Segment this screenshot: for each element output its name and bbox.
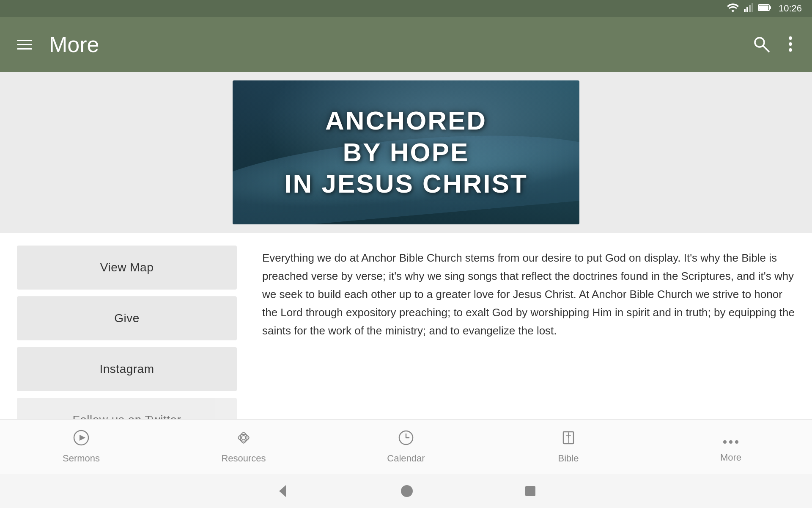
two-column-section: View Map Give Instagram Follow us on Twi…: [0, 233, 812, 419]
bible-icon: [560, 430, 576, 450]
recents-button[interactable]: [524, 484, 537, 498]
left-column: View Map Give Instagram Follow us on Twi…: [17, 246, 237, 419]
svg-line-8: [763, 46, 769, 52]
svg-point-20: [723, 440, 727, 444]
hero-image: ANCHORED BY HOPE IN JESUS CHRIST: [233, 80, 579, 224]
nav-item-resources[interactable]: Resources: [162, 425, 325, 469]
hero-banner: ANCHORED BY HOPE IN JESUS CHRIST: [0, 72, 812, 233]
about-text: Everything we do at Anchor Bible Church …: [262, 249, 795, 340]
more-nav-icon: [723, 431, 739, 449]
svg-rect-5: [769, 6, 771, 9]
calendar-label: Calendar: [387, 453, 425, 464]
svg-rect-1: [746, 7, 748, 12]
svg-rect-0: [744, 9, 746, 12]
resources-label: Resources: [221, 453, 266, 464]
status-bar: 10:26: [0, 0, 812, 17]
bible-label: Bible: [558, 453, 579, 464]
signal-icon: [744, 3, 753, 14]
nav-item-more[interactable]: More: [650, 426, 812, 468]
search-button[interactable]: [747, 30, 776, 60]
nav-item-calendar[interactable]: Calendar: [325, 425, 487, 469]
hamburger-button[interactable]: [14, 36, 36, 53]
main-content: ANCHORED BY HOPE IN JESUS CHRIST View Ma…: [0, 72, 812, 419]
svg-rect-2: [749, 5, 751, 12]
more-options-button[interactable]: [782, 30, 798, 60]
svg-point-9: [789, 36, 792, 40]
svg-point-21: [729, 440, 732, 444]
twitter-button[interactable]: Follow us on Twitter: [17, 398, 237, 419]
svg-point-22: [735, 440, 738, 444]
system-navigation: [0, 474, 812, 508]
svg-rect-25: [525, 486, 535, 496]
wifi-icon: [727, 3, 739, 14]
resources-icon: [236, 430, 252, 450]
svg-point-10: [789, 42, 792, 46]
svg-marker-13: [80, 435, 85, 441]
hero-text: ANCHORED BY HOPE IN JESUS CHRIST: [284, 105, 528, 199]
view-map-button[interactable]: View Map: [17, 246, 237, 290]
svg-rect-3: [752, 3, 753, 12]
bottom-navigation: Sermons Resources Calendar: [0, 419, 812, 474]
more-nav-label: More: [720, 452, 741, 463]
hero-title: ANCHORED BY HOPE IN JESUS CHRIST: [284, 105, 528, 199]
svg-rect-6: [759, 6, 768, 10]
sermons-icon: [73, 430, 89, 450]
give-button[interactable]: Give: [17, 296, 237, 340]
svg-point-11: [789, 48, 792, 52]
nav-item-bible[interactable]: Bible: [487, 425, 650, 469]
sermons-label: Sermons: [63, 453, 100, 464]
svg-marker-23: [279, 485, 286, 497]
home-button[interactable]: [400, 484, 414, 498]
app-bar: More: [0, 17, 812, 72]
right-column: Everything we do at Anchor Bible Church …: [262, 246, 795, 419]
battery-icon: [758, 4, 771, 14]
nav-item-sermons[interactable]: Sermons: [0, 425, 162, 469]
back-button[interactable]: [275, 483, 290, 499]
instagram-button[interactable]: Instagram: [17, 347, 237, 391]
status-time: 10:26: [779, 3, 802, 14]
svg-point-14: [241, 436, 246, 440]
app-title: More: [49, 32, 747, 57]
svg-point-24: [401, 485, 413, 497]
calendar-icon: [398, 430, 414, 450]
